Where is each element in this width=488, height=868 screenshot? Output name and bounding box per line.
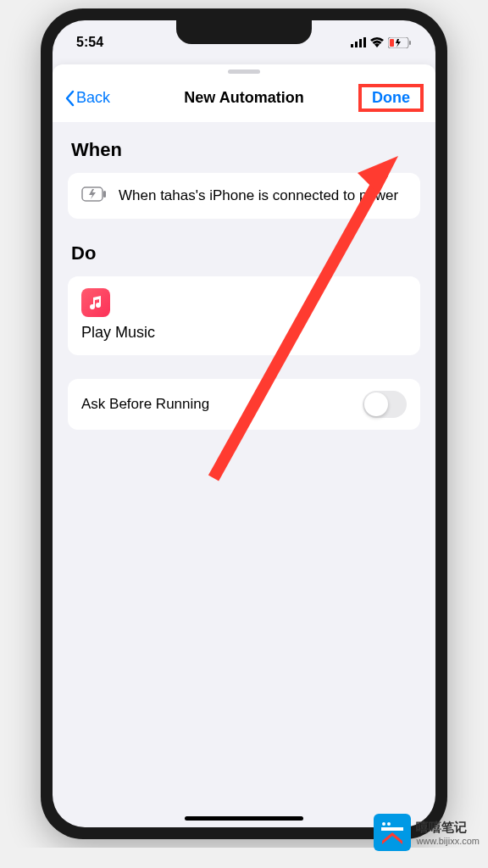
do-section-header: Do	[68, 242, 420, 264]
watermark: 嘻嘻笔记 www.bijixx.com	[374, 814, 480, 848]
watermark-name: 嘻嘻笔记	[416, 820, 480, 836]
ask-before-running-label: Ask Before Running	[81, 396, 209, 413]
cellular-icon	[351, 37, 366, 47]
music-app-icon	[81, 288, 110, 317]
phone-frame: 5:54 Back New Automation Done When	[41, 8, 447, 839]
watermark-text: 嘻嘻笔记 www.bijixx.com	[416, 820, 480, 846]
do-action-card[interactable]: Play Music	[68, 276, 420, 355]
status-icons	[351, 37, 412, 48]
ask-before-running-row: Ask Before Running	[68, 379, 420, 430]
watermark-url: www.bijixx.com	[416, 836, 480, 846]
svg-rect-8	[103, 191, 106, 198]
phone-notch	[176, 20, 312, 44]
wifi-icon	[370, 37, 384, 47]
page-title: New Automation	[184, 89, 303, 107]
svg-point-12	[387, 822, 391, 826]
svg-rect-6	[409, 41, 411, 45]
svg-rect-5	[390, 39, 394, 47]
svg-rect-3	[363, 37, 366, 47]
battery-low-icon	[388, 37, 412, 48]
when-section-header: When	[68, 139, 420, 161]
when-condition-text: When tahas's iPhone is connected to powe…	[119, 186, 398, 205]
navigation-bar: Back New Automation Done	[53, 77, 435, 122]
toggle-knob	[364, 392, 388, 416]
svg-rect-13	[381, 827, 403, 831]
back-button[interactable]: Back	[64, 89, 110, 107]
status-time: 5:54	[76, 35, 103, 50]
done-button[interactable]: Done	[363, 84, 419, 111]
svg-rect-1	[355, 42, 358, 47]
done-highlight-annotation: Done	[358, 84, 424, 112]
back-label: Back	[76, 89, 110, 107]
svg-marker-14	[382, 832, 402, 844]
charging-icon	[81, 186, 107, 205]
sheet-handle[interactable]	[53, 64, 435, 77]
svg-point-11	[382, 822, 385, 826]
when-condition-card[interactable]: When tahas's iPhone is connected to powe…	[68, 173, 420, 219]
do-action-label: Play Music	[81, 324, 407, 342]
svg-rect-0	[351, 44, 353, 47]
chevron-left-icon	[64, 90, 75, 107]
svg-rect-2	[359, 39, 362, 47]
content-area: When When tahas's iPhone is connected to…	[53, 122, 435, 470]
watermark-logo-icon	[374, 814, 411, 848]
ask-before-running-toggle[interactable]	[363, 391, 407, 418]
sheet-grabber	[228, 70, 260, 74]
home-indicator[interactable]	[185, 816, 303, 821]
phone-screen: 5:54 Back New Automation Done When	[53, 20, 435, 827]
